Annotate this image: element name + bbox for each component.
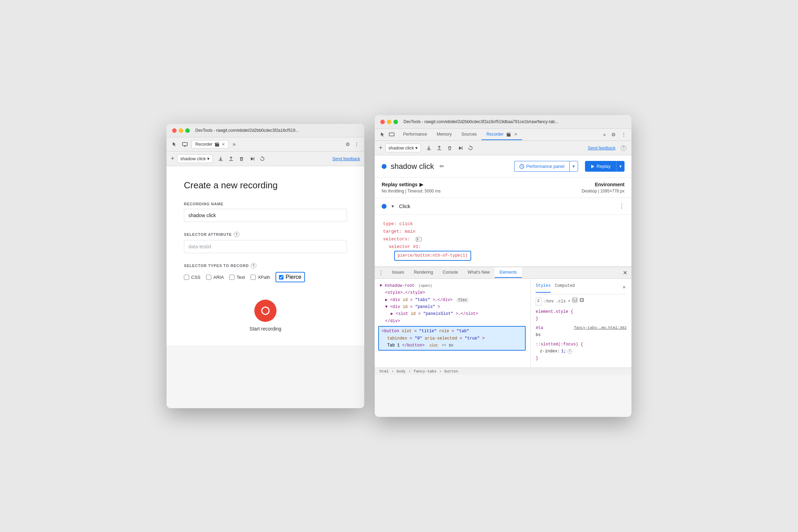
xpath-checkbox[interactable] <box>251 275 256 280</box>
delete-icon[interactable] <box>238 155 245 163</box>
performance-panel-dropdown[interactable]: ▾ <box>569 161 578 172</box>
pierce-checkbox[interactable] <box>279 275 283 280</box>
close-button-right[interactable] <box>380 120 385 124</box>
breadcrumb-fancy-tabs[interactable]: fancy-tabs <box>414 369 436 374</box>
import-icon[interactable] <box>227 155 235 163</box>
tab-whats-new[interactable]: What's New <box>463 267 495 278</box>
tab-memory[interactable]: Memory <box>432 129 457 140</box>
xpath-checkbox-item[interactable]: XPath <box>251 275 270 280</box>
replay-dropdown-button[interactable]: ▾ <box>616 161 625 172</box>
html-selected-button-line[interactable]: <button slot = "title" role = "tab" tabi… <box>378 326 526 351</box>
replay-settings-title[interactable]: Replay settings ▶ <box>382 182 581 187</box>
export-icon[interactable] <box>217 155 224 163</box>
layout-icon[interactable] <box>572 298 577 305</box>
tab-rendering[interactable]: Rendering <box>409 267 438 278</box>
recording-select-right[interactable]: shadow click ▾ <box>385 144 421 152</box>
z-index-info-icon[interactable]: i <box>568 349 572 354</box>
add-recording-button-right[interactable]: + <box>379 144 383 152</box>
settings-icon[interactable]: ⚙ <box>345 140 351 148</box>
devtools-cursor-icon[interactable] <box>171 140 178 148</box>
tab-performance[interactable]: Performance <box>398 129 432 140</box>
edit-icon[interactable]: ✏ <box>440 163 444 170</box>
device-icon-right[interactable] <box>388 131 396 138</box>
tab-issues[interactable]: Issues <box>387 267 409 278</box>
help-icon-right[interactable]: ? <box>620 144 627 152</box>
checkbox-row: CSS ARIA Text XPath Pierce <box>184 272 347 282</box>
more-options-right-icon[interactable]: ⋮ <box>620 131 627 138</box>
environment-title: Environment <box>581 182 625 187</box>
replay-main-button[interactable]: Replay <box>585 161 616 172</box>
hover-toggle[interactable]: :hov <box>544 298 554 305</box>
play-step-icon[interactable] <box>248 155 256 163</box>
svg-rect-1 <box>184 146 186 147</box>
svg-rect-0 <box>182 143 187 146</box>
styles-tab-computed[interactable]: Computed <box>555 282 575 293</box>
aria-checkbox[interactable] <box>206 275 211 280</box>
replay-icon[interactable] <box>258 155 266 163</box>
tab-recorder[interactable]: Recorder 🎬 ✕ <box>482 129 522 140</box>
recording-name-right: shadow click <box>391 162 434 171</box>
recording-name-input[interactable] <box>184 209 347 222</box>
text-checkbox-item[interactable]: Text <box>229 275 245 280</box>
pierce-checkbox-highlighted[interactable]: Pierce <box>275 272 305 282</box>
minimize-button[interactable] <box>179 128 183 133</box>
tab-close-icon[interactable]: ✕ <box>222 142 225 147</box>
import-icon-right[interactable] <box>435 144 443 152</box>
selector-attr-info-icon[interactable]: ? <box>234 232 239 237</box>
more-styles-tabs-icon[interactable]: » <box>622 282 627 293</box>
filter-input[interactable]: F <box>536 297 542 306</box>
start-recording-button[interactable] <box>254 300 277 322</box>
add-recording-button[interactable]: + <box>171 155 175 162</box>
code-line-selectors: selectors: <box>383 235 623 243</box>
start-recording-label: Start recording <box>249 326 281 332</box>
styles-tab-styles[interactable]: Styles <box>536 282 551 293</box>
minimize-button-right[interactable] <box>387 120 391 124</box>
device-toggle-icon[interactable] <box>181 140 189 148</box>
recorder-tab-close[interactable]: ✕ <box>514 132 517 136</box>
css-checkbox-item[interactable]: CSS <box>184 275 201 280</box>
maximize-button[interactable] <box>185 128 190 133</box>
tab-sources[interactable]: Sources <box>457 129 482 140</box>
more-options-icon[interactable]: ⋮ <box>353 140 360 148</box>
more-tabs-right-icon[interactable]: » <box>602 131 607 138</box>
send-feedback-link-right[interactable]: Send feedback <box>588 146 616 151</box>
add-style-btn[interactable]: + <box>568 298 570 305</box>
breadcrumb-html[interactable]: html <box>380 369 389 374</box>
delete-icon-right[interactable] <box>446 144 453 152</box>
triangle-icon: ▶ <box>419 182 423 187</box>
selector-value-highlight[interactable]: pierce/button:nth-of-type(1) <box>394 251 471 260</box>
play-step-icon-right[interactable] <box>456 144 464 152</box>
class-toggle[interactable]: .cls <box>556 298 566 305</box>
style-file-link[interactable]: fancy-tabs-…mo.html:302 <box>574 325 627 332</box>
step-more-options[interactable]: ⋮ <box>619 203 625 209</box>
recording-select-left[interactable]: shadow click ▾ <box>177 154 213 163</box>
devtools-main-tabs: Performance Memory Sources Recorder 🎬 ✕ … <box>375 129 631 141</box>
css-checkbox[interactable] <box>184 275 189 280</box>
maximize-button-right[interactable] <box>393 120 398 124</box>
selector-attr-input[interactable] <box>184 240 347 253</box>
settings-right-icon[interactable]: ⚙ <box>610 131 617 138</box>
left-devtools-window: DevTools - rawgit.com/ebidel/2d2bb0cdec3… <box>167 124 364 408</box>
start-recording-section: Start recording <box>184 300 347 332</box>
performance-panel-button[interactable]: Performance panel <box>514 161 569 172</box>
more-tabs-icon[interactable]: » <box>231 140 237 148</box>
export-icon-right[interactable] <box>425 144 433 152</box>
devtools-close-panel-icon[interactable]: ✕ <box>619 267 631 278</box>
aria-checkbox-item[interactable]: ARIA <box>206 275 224 280</box>
selector-types-info-icon[interactable]: ? <box>251 263 256 268</box>
computed-box-icon[interactable] <box>579 298 584 305</box>
cursor-icon-right[interactable] <box>379 131 387 138</box>
selector-types-section: SELECTOR TYPES TO RECORD ? CSS ARIA Text <box>184 263 347 282</box>
close-button[interactable] <box>172 128 177 133</box>
breadcrumb-body[interactable]: body <box>397 369 406 374</box>
breadcrumb-button[interactable]: button <box>444 369 458 374</box>
tab-elements[interactable]: Elements <box>495 267 522 278</box>
recorder-tab-left[interactable]: Recorder 🎬 ✕ <box>192 140 229 148</box>
tab-console[interactable]: Console <box>438 267 463 278</box>
step-collapse-arrow[interactable]: ▼ <box>391 204 395 209</box>
bottom-menu-icon[interactable]: ⋮ <box>375 267 387 278</box>
replay-icon-right[interactable] <box>467 144 474 152</box>
svg-marker-2 <box>251 157 254 161</box>
text-checkbox[interactable] <box>229 275 235 280</box>
send-feedback-link-left[interactable]: Send feedback <box>332 156 360 161</box>
